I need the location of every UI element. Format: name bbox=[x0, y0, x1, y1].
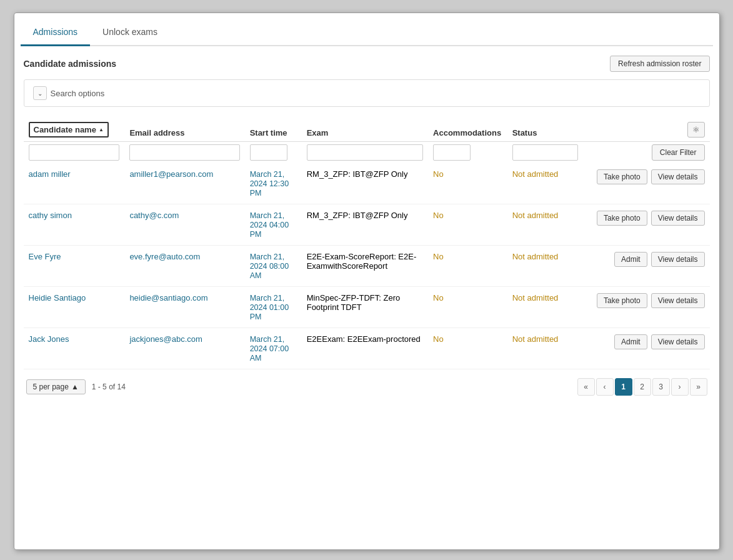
search-options-label: Search options bbox=[51, 89, 105, 98]
accommodations-value: No bbox=[433, 293, 444, 302]
table-row: Heidie Santiago heidie@santiago.com Marc… bbox=[24, 287, 710, 328]
col-header-start: Start time bbox=[245, 118, 302, 142]
candidate-name-link[interactable]: Eve Fyre bbox=[29, 252, 61, 261]
candidate-email: cathy@c.com bbox=[129, 211, 179, 220]
primary-action-button[interactable]: Take photo bbox=[597, 293, 647, 308]
status-badge: Not admitted bbox=[512, 252, 559, 261]
page-range-info: 1 - 5 of 14 bbox=[92, 382, 126, 391]
candidate-name-link[interactable]: Heidie Santiago bbox=[29, 293, 86, 302]
clear-filter-button[interactable]: Clear Filter bbox=[652, 144, 705, 161]
table-row: cathy simon cathy@c.com March 21, 2024 0… bbox=[24, 204, 710, 246]
candidates-table: Candidate name ▲ Email address Start tim… bbox=[24, 118, 710, 369]
exam-name: E2EExam: E2EExam-proctored bbox=[307, 334, 421, 344]
col-header-accommodations: Accommodations bbox=[428, 118, 507, 142]
main-content: Candidate admissions Refresh admission r… bbox=[21, 46, 713, 399]
start-time: March 21, 2024 01:00 PM bbox=[250, 294, 289, 321]
row-actions: Admit View details bbox=[588, 252, 704, 267]
table-row: adam miller amiller1@pearson.com March 2… bbox=[24, 163, 710, 204]
page-prev-button[interactable]: ‹ bbox=[596, 378, 614, 396]
page-first-button[interactable]: « bbox=[577, 378, 595, 396]
col-header-exam: Exam bbox=[302, 118, 428, 142]
sort-icon[interactable]: ▲ bbox=[99, 128, 104, 132]
col-header-email: Email address bbox=[124, 118, 244, 142]
accommodations-value: No bbox=[433, 211, 444, 220]
view-details-button[interactable]: View details bbox=[651, 293, 705, 308]
per-page-button[interactable]: 5 per page ▲ bbox=[26, 379, 86, 394]
row-actions: Take photo View details bbox=[588, 211, 704, 226]
view-details-button[interactable]: View details bbox=[651, 252, 705, 267]
page-next-button[interactable]: › bbox=[671, 378, 689, 396]
refresh-button[interactable]: Refresh admission roster bbox=[610, 56, 709, 72]
row-actions: Take photo View details bbox=[588, 169, 704, 184]
start-time: March 21, 2024 12:30 PM bbox=[250, 170, 289, 198]
filter-row: Clear Filter bbox=[24, 142, 710, 164]
filter-status-input[interactable] bbox=[512, 144, 578, 161]
filter-actions: Clear Filter bbox=[588, 144, 704, 161]
table-row: Jack Jones jackjones@abc.com March 21, 2… bbox=[24, 328, 710, 369]
accommodations-value: No bbox=[433, 252, 444, 261]
primary-action-button[interactable]: Admit bbox=[614, 334, 647, 349]
pagination: « ‹ 1 2 3 › » bbox=[577, 378, 707, 396]
col-header-status: Status bbox=[507, 118, 583, 142]
row-actions: Take photo View details bbox=[588, 293, 704, 308]
accommodations-value: No bbox=[433, 334, 444, 344]
chevron-down-icon: ⌄ bbox=[33, 86, 47, 100]
col-header-name: Candidate name ▲ bbox=[24, 118, 125, 142]
exam-name: RM_3_ZFP: IBT@ZFP Only bbox=[307, 211, 408, 220]
filter-email-input[interactable] bbox=[129, 144, 239, 161]
status-badge: Not admitted bbox=[512, 211, 559, 220]
candidate-name-link[interactable]: adam miller bbox=[29, 169, 71, 179]
status-badge: Not admitted bbox=[512, 334, 559, 344]
exam-name: E2E-Exam-ScoreReport: E2E-ExamwithScoreR… bbox=[307, 252, 417, 271]
exam-name: MinSpec-ZFP-TDFT: Zero Footprint TDFT bbox=[307, 293, 401, 312]
per-page-arrow: ▲ bbox=[71, 382, 79, 391]
section-title: Candidate admissions bbox=[24, 59, 117, 69]
footer-left: 5 per page ▲ 1 - 5 of 14 bbox=[26, 379, 126, 394]
view-details-button[interactable]: View details bbox=[651, 169, 705, 184]
start-time: March 21, 2024 08:00 AM bbox=[250, 252, 289, 280]
candidate-email: eve.fyre@auto.com bbox=[129, 252, 200, 261]
primary-action-button[interactable]: Take photo bbox=[597, 211, 647, 226]
candidate-email: amiller1@pearson.com bbox=[129, 169, 213, 179]
primary-action-button[interactable]: Take photo bbox=[597, 169, 647, 184]
table-footer: 5 per page ▲ 1 - 5 of 14 « ‹ 1 2 3 › » bbox=[24, 378, 710, 396]
table-row: Eve Fyre eve.fyre@auto.com March 21, 202… bbox=[24, 246, 710, 287]
tab-unlock-exams[interactable]: Unlock exams bbox=[90, 19, 170, 46]
section-header: Candidate admissions Refresh admission r… bbox=[24, 56, 710, 72]
candidate-email: heidie@santiago.com bbox=[129, 293, 207, 302]
tab-bar: Admissions Unlock exams bbox=[21, 19, 713, 46]
filter-exam-input[interactable] bbox=[307, 144, 423, 161]
row-actions: Admit View details bbox=[588, 334, 704, 349]
filter-start-input[interactable] bbox=[250, 144, 287, 161]
start-time: March 21, 2024 07:00 AM bbox=[250, 335, 289, 362]
page-2-button[interactable]: 2 bbox=[634, 378, 651, 396]
accommodations-value: No bbox=[433, 169, 444, 179]
candidate-name-link[interactable]: Jack Jones bbox=[29, 334, 69, 344]
status-badge: Not admitted bbox=[512, 169, 559, 179]
column-settings-button[interactable]: ⚛ bbox=[687, 122, 705, 138]
candidate-name-link[interactable]: cathy simon bbox=[29, 211, 72, 220]
primary-action-button[interactable]: Admit bbox=[614, 252, 647, 267]
page-3-button[interactable]: 3 bbox=[652, 378, 670, 396]
view-details-button[interactable]: View details bbox=[651, 334, 705, 349]
status-badge: Not admitted bbox=[512, 293, 559, 302]
app-window: Admissions Unlock exams Candidate admiss… bbox=[14, 12, 720, 550]
exam-name: RM_3_ZFP: IBT@ZFP Only bbox=[307, 169, 408, 179]
start-time: March 21, 2024 04:00 PM bbox=[250, 211, 289, 239]
search-options-toggle[interactable]: ⌄ Search options bbox=[33, 86, 701, 100]
per-page-label: 5 per page bbox=[33, 382, 69, 391]
search-options-box: ⌄ Search options bbox=[24, 79, 710, 107]
page-1-button[interactable]: 1 bbox=[615, 378, 632, 396]
view-details-button[interactable]: View details bbox=[651, 211, 705, 226]
filter-name-input[interactable] bbox=[29, 144, 120, 161]
page-last-button[interactable]: » bbox=[690, 378, 707, 396]
tab-admissions[interactable]: Admissions bbox=[21, 19, 91, 46]
col-header-actions: ⚛ bbox=[583, 118, 709, 142]
candidate-email: jackjones@abc.com bbox=[129, 334, 202, 344]
filter-accommodations-input[interactable] bbox=[433, 144, 471, 161]
